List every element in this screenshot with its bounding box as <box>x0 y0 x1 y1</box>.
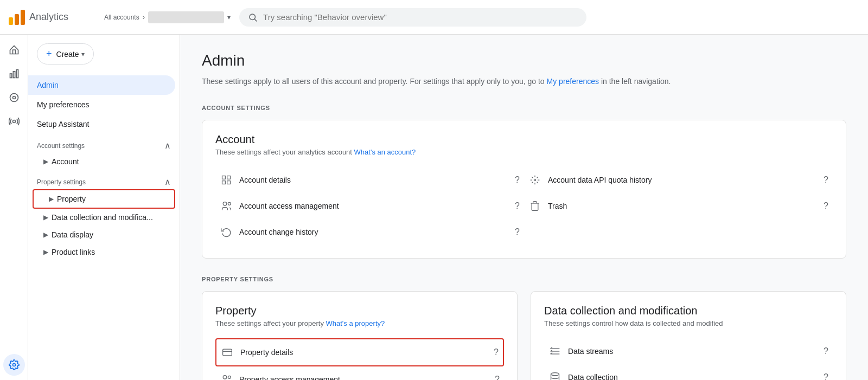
sidebar-item-admin[interactable]: Admin <box>28 75 175 95</box>
svg-rect-12 <box>227 181 231 184</box>
data-collection-label: Data collection <box>568 373 817 380</box>
account-card-subtitle-text: These settings affect your analytics acc… <box>215 148 354 156</box>
svg-rect-9 <box>222 176 226 179</box>
svg-point-8 <box>12 364 15 366</box>
sidebar-sub-property[interactable]: ▶ Property <box>33 189 175 209</box>
property-settings-section-header[interactable]: Property settings ∧ <box>28 170 180 189</box>
account-access-label: Account access management <box>239 202 508 210</box>
logo-area: Analytics <box>9 10 95 25</box>
account-details-icon <box>220 173 233 186</box>
data-collection-col: Data streams ? Data collection ? <box>544 338 833 380</box>
account-settings-label: ACCOUNT SETTINGS <box>202 105 846 111</box>
property-access-row[interactable]: Property access management ? <box>215 366 504 380</box>
data-streams-help-icon: ? <box>824 346 828 356</box>
whats-a-property-link[interactable]: What's a property? <box>326 319 385 327</box>
data-collection-card: Data collection and modification These s… <box>531 291 846 380</box>
sidebar-item-my-preferences[interactable]: My preferences <box>28 95 175 114</box>
account-settings-chevron-icon: ∧ <box>164 140 171 151</box>
property-details-icon <box>221 346 234 359</box>
bar-chart-icon <box>9 68 20 79</box>
create-button[interactable]: + Create ▾ <box>37 43 94 65</box>
svg-point-26 <box>551 373 559 376</box>
icon-nav <box>0 35 28 380</box>
admin-gear-icon <box>9 359 20 370</box>
account-details-label: Account details <box>239 176 508 184</box>
account-history-label: Account change history <box>239 228 508 236</box>
sidebar-sub-property-label: Property <box>57 195 86 203</box>
sidebar-sub-data-collection-label: Data collection and modifica... <box>52 213 153 222</box>
data-streams-icon <box>548 345 561 358</box>
data-collection-card-title: Data collection and modification <box>544 305 833 317</box>
nav-explore-button[interactable] <box>3 87 25 108</box>
account-col-right: Account data API quota history ? Trash ? <box>524 167 833 245</box>
page-description-text: These settings apply to all users of thi… <box>202 77 547 86</box>
account-settings-section-header[interactable]: Account settings ∧ <box>28 134 180 153</box>
sidebar-item-my-preferences-label: My preferences <box>37 100 89 109</box>
sidebar-sub-data-display[interactable]: ▶ Data display <box>28 226 175 243</box>
sidebar: + Create ▾ Admin My preferences Setup As… <box>28 35 180 380</box>
account-history-icon <box>220 226 233 239</box>
nav-admin-button[interactable] <box>3 354 25 376</box>
page-description: These settings apply to all users of thi… <box>202 76 846 87</box>
svg-rect-16 <box>223 349 232 356</box>
property-card-subtitle: These settings affect your property What… <box>215 319 504 327</box>
property-sub-chevron-icon: ▶ <box>49 195 54 203</box>
search-input[interactable] <box>263 12 578 22</box>
nav-home-button[interactable] <box>3 39 25 61</box>
property-settings-label: PROPERTY SETTINGS <box>202 276 846 282</box>
property-access-help-icon: ? <box>495 375 500 380</box>
svg-point-14 <box>228 202 231 205</box>
property-details-row[interactable]: Property details ? <box>215 338 504 366</box>
product-links-chevron-icon: ▶ <box>43 248 48 256</box>
svg-rect-3 <box>13 72 15 78</box>
nav-reports-button[interactable] <box>3 63 25 85</box>
sidebar-sub-account-label: Account <box>52 157 79 166</box>
create-dropdown-icon: ▾ <box>81 50 85 58</box>
property-card: Property These settings affect your prop… <box>202 291 518 380</box>
search-bar[interactable] <box>239 8 586 27</box>
property-access-label: Property access management <box>239 375 488 380</box>
account-card-title: Account <box>215 133 833 146</box>
account-trash-help-icon: ? <box>824 201 828 211</box>
data-collection-chevron-icon: ▶ <box>43 214 48 221</box>
main-layout: + Create ▾ Admin My preferences Setup As… <box>0 35 868 380</box>
all-accounts-label: All accounts <box>104 14 139 21</box>
sidebar-sub-data-collection[interactable]: ▶ Data collection and modifica... <box>28 209 175 226</box>
sidebar-item-setup-assistant-label: Setup Assistant <box>37 120 90 128</box>
account-api-quota-help-icon: ? <box>824 175 828 185</box>
sidebar-sub-account[interactable]: ▶ Account <box>28 153 175 170</box>
svg-rect-10 <box>227 176 231 179</box>
account-history-row[interactable]: Account change history ? <box>215 219 524 245</box>
home-icon <box>9 44 20 55</box>
svg-point-13 <box>223 202 227 206</box>
whats-an-account-link[interactable]: What's an account? <box>354 148 416 156</box>
my-preferences-link[interactable]: My preferences <box>547 77 599 86</box>
account-api-quota-label: Account data API quota history <box>548 176 817 184</box>
account-col-left: Account details ? Account access managem… <box>215 167 524 245</box>
account-name-box <box>148 11 224 23</box>
sidebar-sub-product-links[interactable]: ▶ Product links <box>28 243 175 261</box>
svg-point-6 <box>12 96 15 99</box>
svg-rect-2 <box>10 74 11 78</box>
account-dropdown-arrow[interactable]: ▾ <box>227 14 231 21</box>
account-access-help-icon: ? <box>515 201 520 211</box>
account-api-quota-row[interactable]: Account data API quota history ? <box>524 167 833 193</box>
data-collection-row[interactable]: Data collection ? <box>544 364 833 380</box>
data-streams-row[interactable]: Data streams ? <box>544 338 833 364</box>
account-trash-row[interactable]: Trash ? <box>524 193 833 219</box>
svg-rect-4 <box>16 70 18 78</box>
account-history-help-icon: ? <box>515 227 520 237</box>
property-details-label: Property details <box>240 348 487 357</box>
account-access-row[interactable]: Account access management ? <box>215 193 524 219</box>
logo-icon <box>9 10 25 25</box>
page-description-end: in the left navigation. <box>601 77 671 86</box>
nav-advertising-button[interactable] <box>3 111 25 132</box>
account-access-icon <box>220 199 233 212</box>
account-details-row[interactable]: Account details ? <box>215 167 524 193</box>
data-display-chevron-icon: ▶ <box>43 231 48 239</box>
sidebar-item-setup-assistant[interactable]: Setup Assistant <box>28 114 175 134</box>
svg-point-15 <box>534 179 535 181</box>
property-cards-grid: Property These settings affect your prop… <box>202 291 846 380</box>
account-selector[interactable]: All accounts › ▾ <box>104 11 231 23</box>
sidebar-sub-data-display-label: Data display <box>52 230 93 239</box>
